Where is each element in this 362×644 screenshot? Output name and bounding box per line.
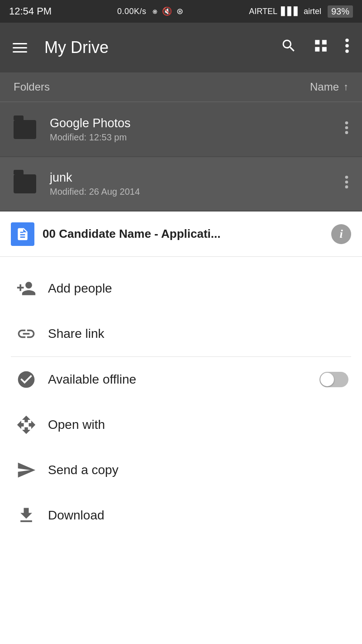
- send-icon: [14, 460, 39, 480]
- svg-point-5: [345, 131, 348, 134]
- file-name: 00 Candidate Name - Applicati...: [43, 227, 331, 241]
- svg-point-1: [345, 44, 349, 48]
- file-header: 00 Candidate Name - Applicati... i: [0, 211, 362, 257]
- folder-name: junk: [50, 171, 340, 185]
- sort-label: Name: [310, 81, 339, 93]
- svg-point-7: [345, 181, 348, 184]
- folder-info: junk Modified: 26 Aug 2014: [41, 171, 340, 197]
- menu-item-available-offline[interactable]: Available offline: [0, 357, 362, 402]
- svg-point-6: [345, 176, 348, 179]
- page-title: My Drive: [44, 38, 268, 57]
- folder-icon: [14, 120, 36, 139]
- add-person-icon: [14, 279, 39, 298]
- context-menu: 00 Candidate Name - Applicati... i Add p…: [0, 211, 362, 538]
- folders-header: Folders Name ↑: [0, 72, 362, 102]
- doc-icon: [11, 222, 34, 246]
- status-bar-left: 12:54 PM: [9, 5, 52, 17]
- hamburger-line-1: [13, 43, 27, 44]
- menu-item-add-people[interactable]: Add people: [0, 266, 362, 311]
- status-bar-center: 0.00K/s ⎈ 🔇 ⊛: [117, 6, 184, 16]
- svg-point-0: [345, 38, 349, 42]
- send-copy-label: Send a copy: [48, 463, 348, 477]
- carrier2-label: airtel: [304, 7, 321, 16]
- menu-item-share-link[interactable]: Share link: [0, 311, 362, 356]
- info-button[interactable]: i: [331, 224, 351, 244]
- available-offline-label: Available offline: [48, 372, 319, 387]
- signal-icon: ▋▋▋: [281, 6, 300, 16]
- sort-control[interactable]: Name ↑: [310, 81, 348, 93]
- mute-icon: 🔇: [162, 7, 172, 16]
- svg-point-2: [345, 49, 349, 53]
- menu-item-open-with[interactable]: Open with: [0, 402, 362, 447]
- hamburger-line-3: [13, 51, 27, 53]
- folders-label: Folders: [14, 81, 50, 93]
- add-people-label: Add people: [48, 281, 348, 296]
- app-bar: My Drive: [0, 23, 362, 72]
- status-bar-right: AIRTEL ▋▋▋ airtel 93%: [249, 5, 353, 18]
- folder-modified: Modified: 12:53 pm: [50, 132, 340, 143]
- link-icon: [14, 324, 39, 344]
- folder-icon: [14, 174, 36, 193]
- battery-label: 93%: [328, 5, 353, 18]
- folder-more-options[interactable]: [340, 170, 353, 198]
- open-with-icon: [14, 415, 39, 435]
- folder-more-options[interactable]: [340, 115, 353, 144]
- carrier-label: AIRTEL: [249, 7, 277, 16]
- svg-point-3: [345, 121, 348, 125]
- folder-name: Google Photos: [50, 116, 340, 130]
- info-icon-label: i: [339, 227, 343, 241]
- folder-modified: Modified: 26 Aug 2014: [50, 187, 340, 197]
- folder-icon-wrap: [9, 174, 41, 193]
- menu-item-send-copy[interactable]: Send a copy: [0, 447, 362, 493]
- folder-item-junk[interactable]: junk Modified: 26 Aug 2014: [0, 157, 362, 211]
- svg-point-8: [345, 185, 348, 188]
- time-display: 12:54 PM: [9, 5, 52, 17]
- open-with-label: Open with: [48, 418, 348, 432]
- download-label: Download: [48, 508, 348, 523]
- folder-icon-wrap: [9, 120, 41, 139]
- hamburger-line-2: [13, 47, 27, 48]
- status-bar: 12:54 PM 0.00K/s ⎈ 🔇 ⊛ AIRTEL ▋▋▋ airtel…: [0, 0, 362, 23]
- svg-point-4: [345, 126, 348, 130]
- offline-icon: [14, 370, 39, 389]
- menu-button[interactable]: [9, 39, 31, 56]
- network-speed: 0.00K/s: [117, 7, 147, 16]
- search-button[interactable]: [277, 34, 300, 61]
- folder-item-google-photos[interactable]: Google Photos Modified: 12:53 pm: [0, 103, 362, 157]
- wifi-icon: ⊛: [176, 7, 184, 16]
- download-icon: [14, 505, 39, 525]
- bluetooth-icon: ⎈: [152, 7, 158, 16]
- grid-view-button[interactable]: [310, 34, 332, 61]
- spacer: [0, 257, 362, 266]
- menu-item-download[interactable]: Download: [0, 493, 362, 538]
- offline-toggle[interactable]: [319, 372, 348, 387]
- share-link-label: Share link: [48, 327, 348, 341]
- folder-info: Google Photos Modified: 12:53 pm: [41, 116, 340, 143]
- more-options-button[interactable]: [341, 34, 353, 61]
- sort-arrow-icon: ↑: [343, 81, 348, 93]
